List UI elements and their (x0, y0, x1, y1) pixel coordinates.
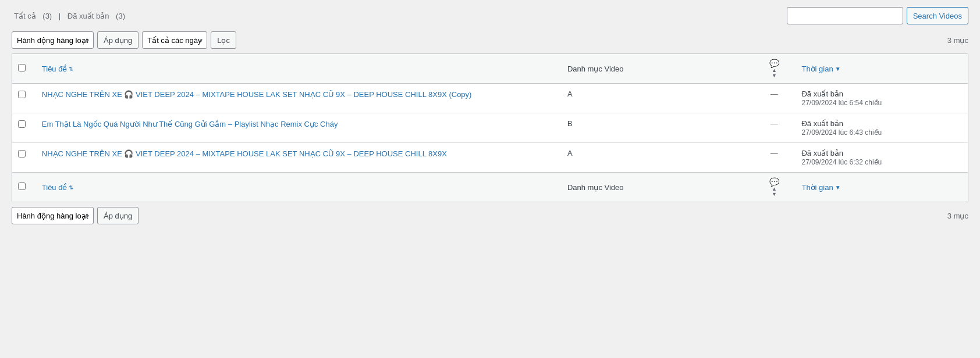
row-title-cell: NHẠC NGHE TRÊN XE 🎧 VIET DEEP 2024 – MIX… (36, 143, 562, 173)
video-table-body: NHẠC NGHE TRÊN XE 🎧 VIET DEEP 2024 – MIX… (12, 84, 968, 173)
sort-comments-link-bottom[interactable]: 💬 ▲ ▼ (769, 177, 779, 197)
col-title-label: Tiêu đề (42, 65, 68, 73)
table-row: NHẠC NGHE TRÊN XE 🎧 VIET DEEP 2024 – MIX… (12, 84, 968, 113)
table-header-row: Tiêu đề ⇅ Danh mục Video 💬 ▲ ▼ (12, 54, 968, 84)
search-input[interactable] (787, 7, 903, 24)
status-date-1: 27/09/2024 lúc 6:43 chiều (801, 128, 882, 137)
apply-button[interactable]: Áp dụng (97, 31, 139, 49)
table-footer-row: Tiêu đề ⇅ Danh mục Video 💬 ▲ ▼ (12, 173, 968, 202)
th-checkbox (12, 54, 36, 84)
comment-icon-bottom: 💬 (769, 177, 779, 187)
col-title-label-bottom: Tiêu đề (42, 183, 68, 192)
bottom-toolbar: Hành động hàng loạt Áp dụng 3 mục (12, 207, 968, 224)
table-row: Em Thật Là Ngốc Quá Người Như Thế Cũng G… (12, 113, 968, 143)
sort-date-icon: ▼ (835, 66, 841, 72)
row-comments-cell: — (752, 113, 796, 143)
filter-separator: | (59, 12, 61, 20)
date-filter-wrapper: Tất cả các ngày (142, 31, 207, 49)
comment-icon: 💬 (769, 59, 779, 68)
row-checkbox-cell (12, 143, 36, 173)
row-category-cell: A (562, 143, 752, 173)
row-category-cell: B (562, 113, 752, 143)
comment-dash-0: — (770, 90, 778, 98)
filter-all-label: Tất cả (14, 12, 36, 20)
row-date-cell: Đã xuất bản 27/09/2024 lúc 6:43 chiều (796, 113, 968, 143)
th-title: Tiêu đề ⇅ (36, 54, 562, 84)
col-date-label-bottom: Thời gian (801, 183, 833, 192)
status-text-2: Đã xuất bản (801, 149, 843, 157)
video-table-container: Tiêu đề ⇅ Danh mục Video 💬 ▲ ▼ (12, 53, 968, 202)
tfoot-th-comments: 💬 ▲ ▼ (752, 173, 796, 202)
item-count-top: 3 mục (947, 36, 968, 45)
row-checkbox-1[interactable] (18, 120, 26, 128)
sort-comments-link[interactable]: 💬 ▲ ▼ (769, 59, 779, 78)
tfoot-th-date: Thời gian ▼ (796, 173, 968, 202)
video-table: Tiêu đề ⇅ Danh mục Video 💬 ▲ ▼ (12, 54, 968, 202)
status-date-2: 27/09/2024 lúc 6:32 chiều (801, 158, 882, 166)
sort-title-icon-bottom: ⇅ (69, 184, 73, 191)
status-text-1: Đã xuất bản (801, 119, 843, 128)
sort-date-link[interactable]: Thời gian ▼ (801, 65, 840, 73)
video-title-link-2[interactable]: NHẠC NGHE TRÊN XE 🎧 VIET DEEP 2024 – MIX… (42, 149, 447, 158)
toolbar-left: Hành động hàng loạt Áp dụng Tất cả các n… (12, 31, 236, 49)
th-date: Thời gian ▼ (796, 54, 968, 84)
bottom-toolbar-left: Hành động hàng loạt Áp dụng (12, 207, 139, 224)
col-category-label-bottom: Danh mục Video (567, 183, 624, 192)
sort-date-link-bottom[interactable]: Thời gian ▼ (801, 183, 840, 192)
th-comments: 💬 ▲ ▼ (752, 54, 796, 84)
sort-title-icon: ⇅ (69, 66, 73, 72)
bottom-bulk-action-select[interactable]: Hành động hàng loạt (12, 207, 94, 224)
row-comments-cell: — (752, 84, 796, 113)
filter-published-count: (3) (116, 12, 125, 20)
filter-links: Tất cả (3) | Đã xuất bản (3) (12, 12, 127, 20)
row-title-cell: NHẠC NGHE TRÊN XE 🎧 VIET DEEP 2024 – MIX… (36, 84, 562, 113)
row-date-cell: Đã xuất bản 27/09/2024 lúc 6:54 chiều (796, 84, 968, 113)
filter-button[interactable]: Lọc (211, 31, 236, 49)
tfoot-th-category: Danh mục Video (562, 173, 752, 202)
status-text-0: Đã xuất bản (801, 90, 843, 98)
toolbar-row: Hành động hàng loạt Áp dụng Tất cả các n… (12, 31, 968, 49)
comment-sort-arrows-bottom: ▲ ▼ (772, 187, 777, 197)
filter-published-label: Đã xuất bản (68, 12, 109, 20)
row-checkbox-2[interactable] (18, 150, 26, 157)
search-videos-button[interactable]: Search Videos (907, 7, 968, 24)
select-all-checkbox[interactable] (18, 64, 26, 71)
video-title-link-0[interactable]: NHẠC NGHE TRÊN XE 🎧 VIET DEEP 2024 – MIX… (42, 90, 472, 99)
tfoot-th-checkbox (12, 173, 36, 202)
table-row: NHẠC NGHE TRÊN XE 🎧 VIET DEEP 2024 – MIX… (12, 143, 968, 173)
row-date-cell: Đã xuất bản 27/09/2024 lúc 6:32 chiều (796, 143, 968, 173)
row-comments-cell: — (752, 143, 796, 173)
tfoot-th-title: Tiêu đề ⇅ (36, 173, 562, 202)
col-date-label: Thời gian (801, 65, 833, 73)
row-checkbox-cell (12, 113, 36, 143)
bottom-apply-button[interactable]: Áp dụng (97, 207, 139, 224)
bottom-bulk-action-wrapper: Hành động hàng loạt (12, 207, 94, 224)
sort-title-link[interactable]: Tiêu đề ⇅ (42, 65, 74, 73)
row-checkbox-cell (12, 84, 36, 113)
status-date-0: 27/09/2024 lúc 6:54 chiều (801, 99, 882, 107)
comment-sort-arrows: ▲ ▼ (772, 68, 777, 78)
filter-all-link[interactable]: Tất cả (3) (12, 12, 56, 20)
sort-date-icon-bottom: ▼ (835, 184, 841, 191)
comment-dash-2: — (770, 149, 778, 157)
video-title-link-1[interactable]: Em Thật Là Ngốc Quá Người Như Thế Cũng G… (42, 120, 338, 128)
row-category-cell: A (562, 84, 752, 113)
bulk-action-select[interactable]: Hành động hàng loạt (12, 31, 94, 49)
sort-title-link-bottom[interactable]: Tiêu đề ⇅ (42, 183, 74, 192)
select-all-checkbox-bottom[interactable] (18, 182, 26, 190)
comment-dash-1: — (770, 119, 778, 128)
col-category-label: Danh mục Video (567, 65, 624, 73)
filter-published-link[interactable]: Đã xuất bản (3) (65, 12, 127, 20)
date-filter-select[interactable]: Tất cả các ngày (142, 31, 207, 49)
filter-all-count: (3) (42, 12, 52, 20)
item-count-bottom: 3 mục (947, 212, 968, 220)
top-bar: Tất cả (3) | Đã xuất bản (3) Search Vide… (12, 7, 968, 24)
row-checkbox-0[interactable] (18, 91, 26, 98)
row-title-cell: Em Thật Là Ngốc Quá Người Như Thế Cũng G… (36, 113, 562, 143)
th-category: Danh mục Video (562, 54, 752, 84)
bulk-action-wrapper: Hành động hàng loạt (12, 31, 94, 49)
search-area: Search Videos (787, 7, 968, 24)
